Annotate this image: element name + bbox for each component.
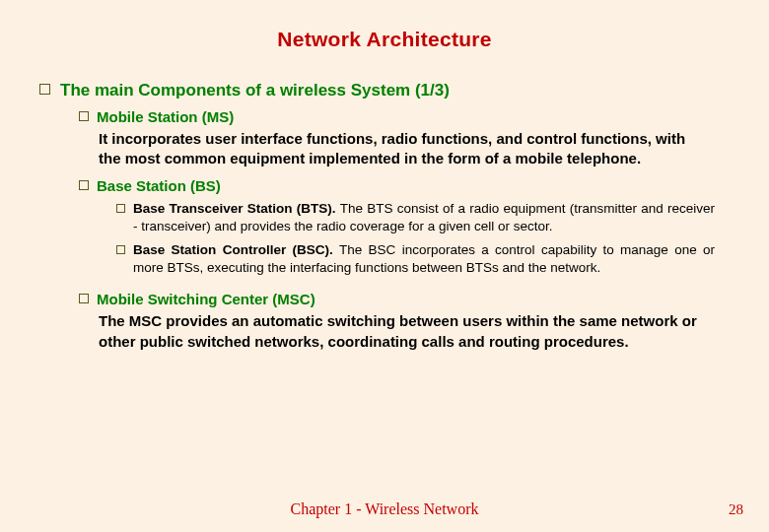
- square-bullet-icon: [79, 180, 89, 190]
- heading-text: The main Components of a wireless System…: [60, 81, 450, 100]
- item-content: Base Transceiver Station (BTS). The BTS …: [133, 200, 715, 235]
- item-title: Mobile Station (MS): [97, 108, 234, 125]
- list-item: Base Transceiver Station (BTS). The BTS …: [116, 200, 769, 235]
- list-item: The main Components of a wireless System…: [39, 81, 769, 100]
- item-title: Mobile Switching Center (MSC): [97, 291, 315, 307]
- item-body: The MSC provides an automatic switching …: [99, 311, 769, 352]
- square-bullet-icon: [116, 245, 125, 254]
- square-bullet-icon: [39, 84, 50, 95]
- item-lead: Base Transceiver Station (BTS).: [133, 201, 340, 216]
- list-item: Mobile Switching Center (MSC): [79, 291, 769, 307]
- item-content: Base Station Controller (BSC). The BSC i…: [133, 241, 715, 277]
- page-number: 28: [729, 501, 743, 518]
- item-lead: Base Station Controller (BSC).: [133, 242, 339, 257]
- item-body: It incorporates user interface functions…: [99, 129, 769, 169]
- item-title: Base Station (BS): [97, 177, 221, 194]
- list-item: Base Station (BS): [79, 177, 769, 194]
- square-bullet-icon: [79, 294, 89, 303]
- footer-text: Chapter 1 - Wireless Network: [0, 500, 769, 518]
- square-bullet-icon: [116, 204, 125, 213]
- slide-title: Network Architecture: [0, 0, 769, 51]
- square-bullet-icon: [79, 111, 89, 121]
- list-item: Base Station Controller (BSC). The BSC i…: [116, 241, 769, 277]
- list-item: Mobile Station (MS): [79, 108, 769, 125]
